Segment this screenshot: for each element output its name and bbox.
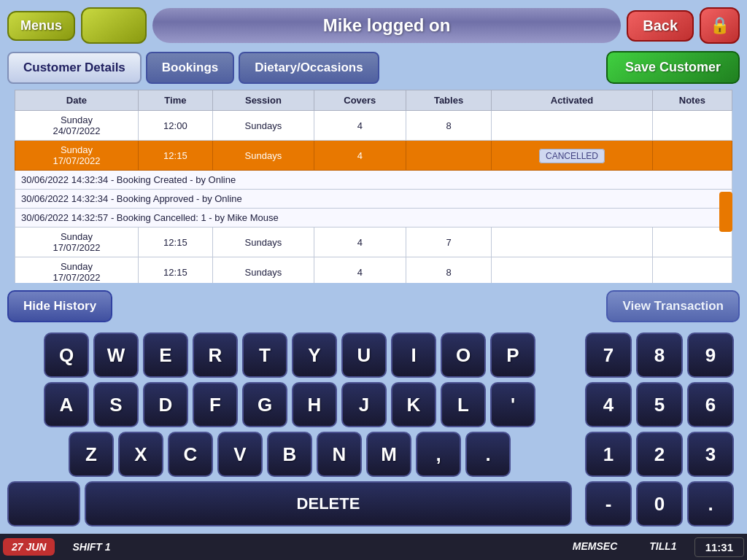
cancelled-badge: CANCELLED	[539, 149, 605, 163]
numpad-key-9[interactable]: 9	[687, 332, 734, 378]
key-d[interactable]: D	[143, 382, 188, 427]
key-m[interactable]: M	[366, 432, 411, 477]
table-row: Sunday 17/07/202212:15Sundays4CANCELLED	[15, 141, 732, 171]
key-.[interactable]: .	[465, 432, 511, 477]
notes-cell	[652, 141, 732, 171]
table-row: 30/06/2022 14:32:34 - Booking Created - …	[15, 171, 732, 190]
col-date: Date	[15, 90, 139, 111]
col-time: Time	[138, 90, 212, 111]
notes-cell: 30/06/2022 14:32:57 - Booking Cancelled:…	[15, 209, 732, 228]
blank-button[interactable]	[81, 7, 147, 44]
key-x[interactable]: X	[118, 432, 163, 477]
key-h[interactable]: H	[292, 382, 337, 427]
key-z[interactable]: Z	[69, 432, 114, 477]
key-b[interactable]: B	[267, 432, 312, 477]
key-g[interactable]: G	[242, 382, 287, 427]
time-cell: 12:00	[138, 111, 212, 141]
hide-history-button[interactable]: Hide History	[7, 290, 112, 322]
delete-key[interactable]: DELETE	[85, 481, 572, 526]
table-row: Sunday 17/07/202212:15Sundays47	[15, 228, 732, 257]
status-bar: 27 JUN SHIFT 1 MEMSEC TILL1 11:31	[0, 534, 747, 560]
tables-cell: 8	[406, 111, 492, 141]
col-session: Session	[212, 90, 314, 111]
status-shift: SHIFT 1	[58, 538, 125, 556]
notes-cell	[652, 228, 732, 257]
key-s[interactable]: S	[93, 382, 139, 427]
time-cell: 12:15	[138, 228, 212, 257]
numpad-key-5[interactable]: 5	[636, 382, 683, 427]
keyboard-bottom-row: DELETE	[7, 481, 572, 526]
key-o[interactable]: O	[441, 332, 486, 378]
status-till: TILL1	[635, 537, 691, 557]
key-i[interactable]: I	[391, 332, 436, 378]
notes-cell	[652, 257, 732, 284]
numpad-key-8[interactable]: 8	[636, 332, 683, 378]
page-title: Mike logged on	[152, 8, 621, 43]
action-bar: Hide History View Transaction	[0, 286, 747, 327]
shift-key[interactable]	[7, 481, 80, 526]
view-transaction-button[interactable]: View Transaction	[606, 290, 740, 322]
tab-bookings[interactable]: Bookings	[146, 52, 234, 84]
tab-dietary[interactable]: Dietary/Occasions	[239, 52, 379, 84]
key-a[interactable]: A	[44, 382, 89, 427]
key-j[interactable]: J	[341, 382, 387, 427]
back-button[interactable]: Back	[627, 10, 694, 42]
key-p[interactable]: P	[490, 332, 535, 378]
key-y[interactable]: Y	[292, 332, 337, 378]
table-row: Sunday 17/07/202212:15Sundays48	[15, 257, 732, 284]
lock-button[interactable]: 🔒	[700, 7, 740, 44]
date-cell: Sunday 17/07/2022	[15, 228, 139, 257]
tables-cell	[406, 141, 492, 171]
covers-cell: 4	[314, 257, 406, 284]
status-system: MEMSEC	[558, 537, 632, 557]
key-f[interactable]: F	[193, 382, 238, 427]
activated-cell	[492, 111, 652, 141]
numpad-key-1[interactable]: 1	[585, 432, 632, 477]
keyboard-row-2: ZXCVBNM,.	[7, 432, 572, 477]
keyboard-row-0: QWERTYUIOP	[7, 332, 572, 378]
numpad-row-3: -0.	[579, 481, 740, 526]
save-customer-button[interactable]: Save Customer	[606, 51, 740, 84]
numpad-key-6[interactable]: 6	[687, 382, 734, 427]
session-cell: Sundays	[212, 111, 314, 141]
top-bar: Menus Mike logged on Back 🔒	[0, 0, 747, 51]
session-cell: Sundays	[212, 141, 314, 171]
numpad-key-3[interactable]: 3	[687, 432, 734, 477]
key-l[interactable]: L	[441, 382, 486, 427]
keyboard-main: QWERTYUIOPASDFGHJKL'ZXCVBNM,. DELETE	[7, 332, 572, 531]
key-r[interactable]: R	[193, 332, 238, 378]
notes-cell: 30/06/2022 14:32:34 - Booking Approved -…	[15, 190, 732, 209]
key-'[interactable]: '	[490, 382, 535, 427]
scrollbar[interactable]	[719, 192, 732, 232]
key-n[interactable]: N	[317, 432, 362, 477]
status-date: 27 JUN	[3, 538, 55, 556]
activated-cell	[492, 228, 652, 257]
numpad-key-7[interactable]: 7	[585, 332, 632, 378]
menus-button[interactable]: Menus	[7, 11, 75, 41]
status-time: 11:31	[694, 537, 744, 557]
numpad-row-2: 123	[579, 432, 740, 477]
key-q[interactable]: Q	[44, 332, 89, 378]
numpad-key--[interactable]: -	[585, 481, 632, 526]
status-right: MEMSEC TILL1 11:31	[558, 537, 744, 557]
date-cell: Sunday 17/07/2022	[15, 257, 139, 284]
key-c[interactable]: C	[168, 432, 213, 477]
key-v[interactable]: V	[217, 432, 263, 477]
key-k[interactable]: K	[391, 382, 436, 427]
date-cell: Sunday 24/07/2022	[15, 111, 139, 141]
numpad-key-0[interactable]: 0	[636, 481, 683, 526]
key-,[interactable]: ,	[416, 432, 461, 477]
activated-cell	[492, 257, 652, 284]
numpad-key-.[interactable]: .	[687, 481, 734, 526]
key-e[interactable]: E	[143, 332, 188, 378]
date-cell: Sunday 17/07/2022	[15, 141, 139, 171]
time-cell: 12:15	[138, 257, 212, 284]
key-t[interactable]: T	[242, 332, 287, 378]
col-covers: Covers	[314, 90, 406, 111]
key-w[interactable]: W	[93, 332, 139, 378]
key-u[interactable]: U	[341, 332, 387, 378]
numpad-key-2[interactable]: 2	[636, 432, 683, 477]
numpad-key-4[interactable]: 4	[585, 382, 632, 427]
tables-cell: 8	[406, 257, 492, 284]
tab-customer-details[interactable]: Customer Details	[7, 52, 142, 84]
